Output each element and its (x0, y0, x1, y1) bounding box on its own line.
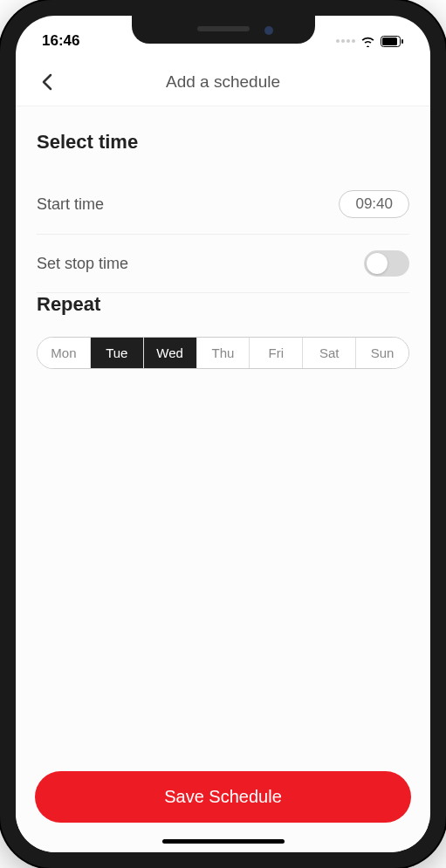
status-indicators (317, 36, 404, 47)
back-button[interactable] (33, 68, 61, 96)
day-wed[interactable]: Wed (144, 338, 197, 368)
notch (132, 16, 315, 44)
volume-down-button (0, 253, 1, 310)
wifi-icon (360, 36, 375, 47)
save-button[interactable]: Save Schedule (35, 771, 411, 823)
svg-rect-1 (382, 38, 397, 45)
day-selector: MonTueWedThuFriSatSun (37, 337, 409, 369)
nav-bar: Add a schedule (16, 58, 430, 106)
section-title-time: Select time (37, 131, 409, 154)
start-time-value[interactable]: 09:40 (339, 190, 409, 218)
stop-time-label: Set stop time (37, 255, 128, 273)
page-title: Add a schedule (166, 72, 280, 92)
day-mon[interactable]: Mon (38, 338, 91, 368)
day-sun[interactable]: Sun (356, 338, 408, 368)
status-time: 16:46 (42, 32, 129, 50)
day-tue[interactable]: Tue (91, 338, 144, 368)
svg-rect-2 (401, 39, 403, 44)
volume-up-button (0, 183, 1, 240)
side-button (0, 131, 1, 161)
day-fri[interactable]: Fri (250, 338, 303, 368)
start-time-row: Start time 09:40 (37, 174, 409, 235)
start-time-label: Start time (37, 195, 104, 214)
day-thu[interactable]: Thu (197, 338, 250, 368)
signal-icon (336, 39, 355, 43)
footer: Save Schedule (16, 755, 430, 852)
section-title-repeat: Repeat (37, 293, 409, 316)
stop-time-toggle[interactable] (364, 250, 409, 277)
day-sat[interactable]: Sat (303, 338, 356, 368)
screen-content: Add a schedule Select time Start time 09… (16, 58, 430, 852)
home-indicator[interactable] (162, 839, 285, 844)
content-area: Select time Start time 09:40 Set stop ti… (16, 106, 430, 755)
chevron-left-icon (41, 73, 53, 91)
toggle-knob (367, 253, 388, 274)
battery-icon (381, 36, 404, 47)
stop-time-row: Set stop time (37, 235, 409, 293)
phone-frame: 16:46 Add a schedule Select time Start t… (0, 0, 446, 868)
screen: 16:46 Add a schedule Select time Start t… (16, 16, 430, 852)
